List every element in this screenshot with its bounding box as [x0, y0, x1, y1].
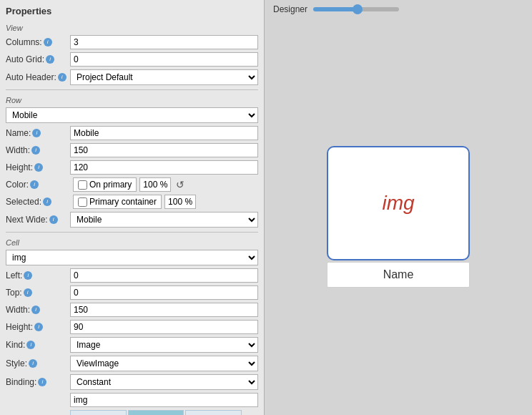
card-image-box: img: [327, 146, 470, 260]
section-row: Row: [0, 93, 264, 106]
refresh-button[interactable]: ↺: [174, 178, 187, 191]
divider-row-cell: [6, 232, 258, 233]
cell-kind-info-icon[interactable]: i: [26, 341, 35, 349]
cell-width-row: Width: i: [0, 301, 264, 318]
next-wide-select[interactable]: Mobile Tablet Desktop: [70, 212, 258, 228]
row-height-row: Height: i: [0, 159, 264, 176]
binding-value-row: [0, 391, 264, 409]
auto-header-label: Auto Header: i: [6, 72, 70, 82]
section-cell: Cell: [0, 235, 264, 248]
anchor-cell-tl[interactable]: [70, 410, 127, 415]
color-checkbox-label: On primary: [89, 180, 132, 190]
auto-header-row: Auto Header: i Project Default Yes No: [0, 68, 264, 87]
cell-kind-select[interactable]: Image Text Button: [70, 337, 258, 353]
auto-header-info-icon[interactable]: i: [58, 73, 66, 82]
auto-grid-input[interactable]: [70, 52, 258, 67]
cell-width-info-icon[interactable]: i: [31, 306, 40, 314]
cell-top-row: Top: i: [0, 284, 264, 301]
zoom-slider-track[interactable]: [313, 7, 399, 11]
anchor-grid: [70, 410, 242, 415]
cell-left-label: Left: i: [6, 270, 70, 280]
columns-info-icon[interactable]: i: [44, 38, 52, 47]
color-label: Color: i: [6, 180, 70, 190]
binding-type-row: Binding: i Constant Field Expression: [0, 373, 264, 391]
cell-left-info-icon[interactable]: i: [24, 271, 32, 280]
designer-header: Designer: [265, 0, 532, 19]
card-img-label: img: [382, 192, 414, 215]
cell-height-info-icon[interactable]: i: [34, 323, 43, 331]
next-wide-row: Next Wide: i Mobile Tablet Desktop: [0, 210, 264, 229]
designer-label: Designer: [273, 4, 307, 14]
selected-info-icon[interactable]: i: [43, 197, 51, 206]
row-width-info-icon[interactable]: i: [31, 146, 40, 155]
cell-style-select[interactable]: ViewImage Cover Contain: [70, 356, 258, 371]
cell-left-row: Left: i: [0, 267, 264, 284]
color-checkbox-wrap: On primary: [73, 177, 137, 192]
name-info-icon[interactable]: i: [32, 129, 41, 137]
card-name-box: Name: [327, 262, 470, 288]
designer-panel: Designer img Name: [265, 0, 532, 415]
selected-checkbox[interactable]: [78, 197, 87, 207]
anchor-cell-tc[interactable]: [128, 410, 184, 415]
name-input[interactable]: [70, 126, 258, 140]
cell-top-label: Top: i: [6, 288, 70, 298]
cell-kind-label: Kind: i: [6, 340, 70, 350]
color-row: Color: i On primary 100 % ↺: [0, 176, 264, 193]
columns-row: Columns: i: [0, 34, 264, 51]
selected-checkbox-label: Primary container: [89, 197, 157, 207]
row-width-row: Width: i: [0, 142, 264, 159]
divider-view-row: [6, 89, 258, 90]
selected-label: Selected: i: [6, 197, 70, 207]
cell-height-input[interactable]: [70, 320, 258, 334]
card-widget: img Name: [327, 146, 470, 288]
binding-info-icon[interactable]: i: [38, 378, 46, 386]
cell-style-info-icon[interactable]: i: [29, 359, 37, 368]
name-label: Name: i: [6, 128, 70, 138]
color-checkbox[interactable]: [78, 180, 87, 190]
cell-select[interactable]: img name: [6, 250, 258, 265]
next-wide-info-icon[interactable]: i: [49, 215, 58, 224]
color-info-icon[interactable]: i: [30, 180, 39, 189]
row-select-row: Mobile Tablet Desktop: [0, 106, 264, 125]
properties-panel: Properties View Columns: i Auto Grid: i …: [0, 0, 265, 415]
cell-top-info-icon[interactable]: i: [24, 288, 32, 297]
cell-select-row: img name: [0, 248, 264, 267]
cell-height-row: Height: i: [0, 318, 264, 336]
auto-grid-label: Auto Grid: i: [6, 54, 70, 64]
auto-grid-row: Auto Grid: i: [0, 51, 264, 68]
binding-label: Binding: i: [6, 377, 70, 387]
cell-kind-row: Kind: i Image Text Button: [0, 336, 264, 354]
cell-left-input[interactable]: [70, 268, 258, 283]
section-view: View: [0, 21, 264, 34]
name-row: Name: i: [0, 125, 264, 142]
cell-height-label: Height: i: [6, 322, 70, 332]
row-height-info-icon[interactable]: i: [34, 163, 43, 172]
cell-style-row: Style: i ViewImage Cover Contain: [0, 354, 264, 373]
row-height-label: Height: i: [6, 162, 70, 172]
selected-row: Selected: i Primary container 100 %: [0, 193, 264, 210]
auto-header-select[interactable]: Project Default Yes No: [70, 69, 258, 85]
row-width-input[interactable]: [70, 143, 258, 157]
columns-input[interactable]: [70, 35, 258, 49]
zoom-slider-thumb[interactable]: [353, 4, 363, 14]
anchor-row: Anchor: i: [0, 409, 264, 415]
anchor-cell-tr[interactable]: [185, 410, 242, 415]
panel-title: Properties: [0, 3, 264, 21]
row-width-label: Width: i: [6, 145, 70, 155]
auto-grid-info-icon[interactable]: i: [46, 55, 54, 64]
row-select[interactable]: Mobile Tablet Desktop: [6, 107, 258, 123]
selected-percent: 100 %: [164, 195, 196, 209]
next-wide-label: Next Wide: i: [6, 215, 70, 225]
cell-width-input[interactable]: [70, 303, 258, 317]
designer-canvas: img Name: [265, 19, 532, 415]
cell-style-label: Style: i: [6, 358, 70, 368]
binding-value-input[interactable]: [70, 393, 258, 407]
cell-width-label: Width: i: [6, 305, 70, 315]
columns-label: Columns: i: [6, 37, 70, 47]
color-percent: 100 %: [139, 177, 171, 192]
row-height-input[interactable]: [70, 160, 258, 175]
selected-checkbox-wrap: Primary container: [73, 195, 162, 209]
cell-top-input[interactable]: [70, 285, 258, 300]
binding-type-select[interactable]: Constant Field Expression: [70, 374, 258, 390]
